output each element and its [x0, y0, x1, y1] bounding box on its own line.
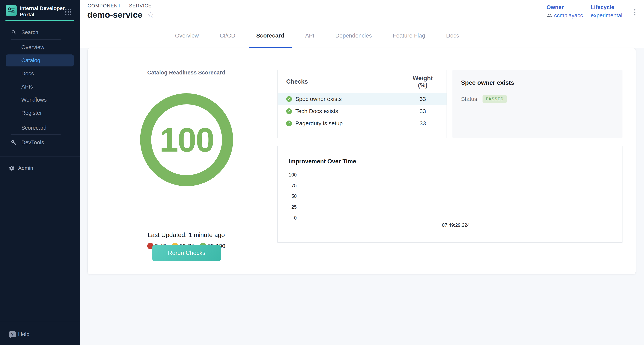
score-gauge: 100 — [140, 93, 233, 186]
kebab-menu-icon[interactable] — [633, 8, 636, 16]
sidebar-item-catalog[interactable]: Catalog — [0, 54, 80, 67]
owner-meta: Owner ccmplayacc — [546, 4, 583, 19]
tab-api[interactable]: API — [298, 24, 322, 48]
sidebar-item-help[interactable]: ? Help — [0, 328, 80, 341]
y-axis-tick: 50 — [278, 194, 297, 199]
wrench-icon — [11, 140, 16, 145]
tab-dependencies[interactable]: Dependencies — [328, 24, 380, 48]
scorecard-content: Catalog Readiness Scorecard 100 0-49 50-… — [80, 48, 644, 345]
sidebar-nav: Overview Catalog Docs APIs Workflows Reg… — [0, 41, 80, 149]
check-detail-panel: Spec owner exists Status: PASSED — [452, 70, 622, 138]
y-axis-tick: 100 — [278, 172, 297, 178]
sidebar-item-workflows[interactable]: Workflows — [0, 93, 80, 106]
sidebar-divider — [0, 156, 80, 157]
improvement-chart-panel: Improvement Over Time 100 75 50 25 0 07:… — [278, 146, 622, 242]
owner-link[interactable]: ccmplayacc — [554, 12, 583, 19]
check-passed-icon: ✓ — [286, 96, 292, 102]
page-title: demo-service — [87, 10, 142, 20]
lifecycle-value: experimental — [591, 12, 622, 19]
status-badge: PASSED — [482, 95, 507, 103]
sidebar-help-label: Help — [18, 331, 30, 338]
sidebar-item-register[interactable]: Register — [0, 106, 80, 120]
search-icon — [11, 30, 17, 35]
entity-tabs: Overview CI/CD Scorecard API Dependencie… — [80, 24, 644, 48]
sidebar-item-scorecard[interactable]: Scorecard — [0, 121, 80, 134]
rerun-checks-button[interactable]: Rerun Checks — [152, 245, 221, 261]
sidebar-item-docs[interactable]: Docs — [0, 67, 80, 80]
scorecard-card: Catalog Readiness Scorecard 100 0-49 50-… — [88, 48, 636, 274]
app-logo[interactable]: Internal Developer Portal — [6, 5, 68, 18]
sidebar-divider — [0, 321, 80, 322]
check-row-pagerduty[interactable]: ✓ Pagerduty is setup 33 — [278, 117, 446, 130]
tab-feature-flag[interactable]: Feature Flag — [385, 24, 433, 48]
x-axis-tick: 07:49:29.224 — [437, 222, 475, 228]
favorite-star-icon[interactable]: ☆ — [147, 11, 154, 19]
check-passed-icon: ✓ — [286, 120, 292, 126]
y-axis-tick: 25 — [278, 204, 297, 210]
entity-header: COMPONENT — SERVICE demo-service ☆ Owner… — [80, 0, 644, 24]
check-passed-icon: ✓ — [286, 108, 292, 114]
gear-icon — [8, 165, 15, 171]
sidebar-divider — [11, 39, 60, 40]
weight-column-header: Weight (%) — [408, 75, 438, 89]
check-row-spec-owner[interactable]: ✓ Spec owner exists 33 — [278, 93, 446, 105]
lifecycle-label: Lifecycle — [591, 4, 622, 10]
checks-panel: Checks Weight (%) ✓ Spec owner exists 33… — [278, 70, 447, 138]
breadcrumb: COMPONENT — SERVICE — [88, 3, 152, 8]
sidebar-item-admin[interactable]: Admin — [0, 162, 80, 174]
checks-table-header: Checks Weight (%) — [278, 70, 446, 93]
sidebar-divider — [11, 120, 60, 120]
sidebar-item-overview[interactable]: Overview — [0, 41, 80, 54]
check-detail-title: Spec owner exists — [461, 79, 514, 86]
lifecycle-meta: Lifecycle experimental — [591, 4, 622, 19]
sidebar-search-label: Search — [21, 29, 38, 36]
check-row-tech-docs[interactable]: ✓ Tech Docs exists 33 — [278, 105, 446, 117]
sidebar: Internal Developer Portal Search Overvie… — [0, 0, 80, 345]
chart-title: Improvement Over Time — [289, 158, 356, 165]
app-logo-icon — [6, 5, 17, 16]
checks-column-header: Checks — [286, 78, 408, 85]
app-title: Internal Developer Portal — [20, 5, 68, 18]
tab-cicd[interactable]: CI/CD — [212, 24, 243, 48]
brand-divider — [5, 20, 74, 21]
last-updated-text: Last Updated: 1 minute ago — [129, 231, 243, 238]
y-axis-tick: 0 — [278, 215, 297, 221]
help-chat-icon: ? — [9, 331, 16, 337]
users-icon — [546, 13, 552, 18]
tab-scorecard[interactable]: Scorecard — [249, 24, 292, 48]
sidebar-divider — [11, 134, 60, 135]
y-axis-tick: 75 — [278, 183, 297, 188]
sidebar-admin-label: Admin — [18, 165, 33, 171]
sidebar-item-devtools[interactable]: DevTools — [0, 136, 80, 149]
tab-docs[interactable]: Docs — [438, 24, 467, 48]
main-area: COMPONENT — SERVICE demo-service ☆ Owner… — [80, 0, 644, 345]
owner-label: Owner — [546, 4, 583, 10]
sidebar-item-apis[interactable]: APIs — [0, 80, 80, 93]
sidebar-search[interactable]: Search — [0, 28, 80, 37]
tab-overview[interactable]: Overview — [168, 24, 206, 48]
gauge-title: Catalog Readiness Scorecard — [129, 70, 243, 76]
status-label: Status: — [461, 96, 479, 102]
score-value: 100 — [160, 120, 214, 159]
apps-grid-icon[interactable] — [65, 9, 72, 15]
